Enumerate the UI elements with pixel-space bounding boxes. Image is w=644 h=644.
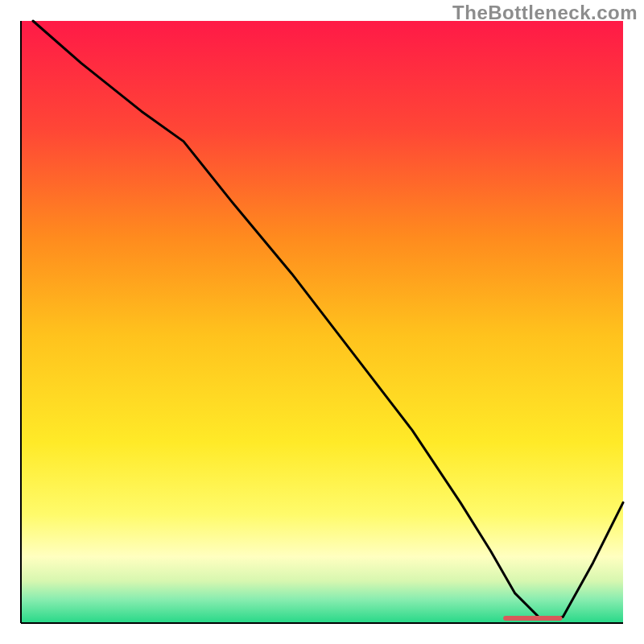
plot-background xyxy=(21,21,623,623)
chart-svg xyxy=(0,0,644,644)
chart-frame: TheBottleneck.com xyxy=(0,0,644,644)
